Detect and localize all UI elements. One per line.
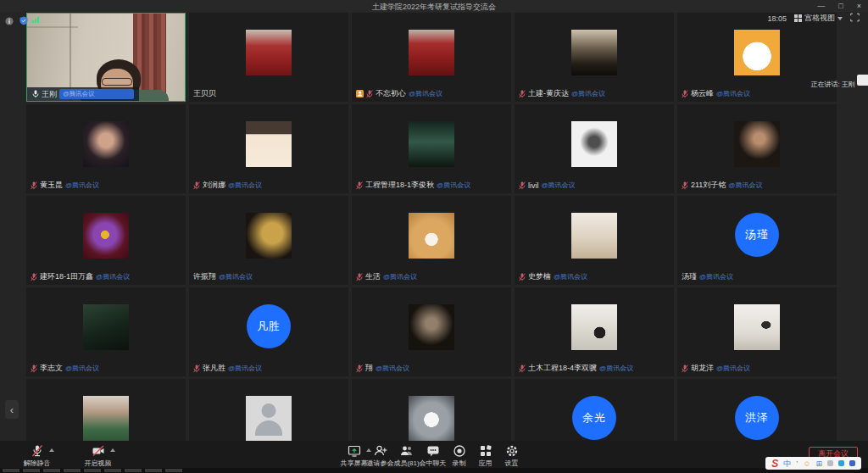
chevron-up-icon[interactable] xyxy=(110,448,115,452)
participant-tile[interactable]: 胡龙洋 @腾讯会议 xyxy=(677,287,837,376)
security-shield-icon[interactable] xyxy=(19,14,28,29)
participant-name: 土建-黄庆达 xyxy=(528,88,569,99)
participant-tile[interactable]: 王贝贝 xyxy=(189,13,348,102)
toolbar-item-label: 应用 xyxy=(479,459,492,468)
participant-label: 土木工程18-4李双骥 @腾讯会议 xyxy=(519,363,633,374)
chat-icon xyxy=(426,444,440,458)
participant-suffix: @腾讯会议 xyxy=(409,89,442,98)
mic-status-icon xyxy=(366,90,373,98)
toolbar-unmute-button[interactable]: 解除静音 xyxy=(24,444,50,468)
mic-status-icon xyxy=(519,90,526,98)
share-screen-icon xyxy=(348,444,361,458)
participant-name: 胡龙洋 xyxy=(691,363,714,374)
participant-suffix: @腾讯会议 xyxy=(599,364,633,373)
toolbar-members-button[interactable]: 成员(81) xyxy=(393,444,420,468)
participant-name: 翔 xyxy=(365,363,373,374)
participant-name: 建环18-1田万鑫 xyxy=(40,271,93,282)
settings-icon xyxy=(505,444,519,458)
toolbar-record-button[interactable]: 录制 xyxy=(446,444,472,468)
network-signal-icon xyxy=(32,17,39,23)
ime-glyph[interactable]: ☺ xyxy=(803,458,810,470)
participant-tile[interactable]: 史梦楠 @腾讯会议 xyxy=(515,196,674,285)
participant-label: 土建-黄庆达 @腾讯会议 xyxy=(519,88,605,99)
tray-icon[interactable] xyxy=(838,460,844,466)
participant-tile[interactable]: 刘润娜 @腾讯会议 xyxy=(189,104,348,193)
participant-suffix: @腾讯会议 xyxy=(542,181,576,190)
participant-avatar: 凡胜 xyxy=(247,304,291,348)
participant-name: 李志文 xyxy=(40,363,63,374)
host-badge-icon xyxy=(356,90,364,97)
participant-suffix: @腾讯会议 xyxy=(228,364,262,373)
participant-avatar xyxy=(571,121,617,167)
participant-tile[interactable]: 凡胜 张凡胜 @腾讯会议 xyxy=(189,287,348,376)
participant-name: 王刚 xyxy=(42,89,57,100)
participant-label: 王刚 @腾讯会议 xyxy=(27,87,139,101)
participant-tile[interactable]: 黄玉昆 @腾讯会议 xyxy=(26,104,186,193)
toolbar-start-video-button[interactable]: 开启视频 xyxy=(85,444,111,468)
participant-tile[interactable]: 李志文 @腾讯会议 xyxy=(26,287,186,376)
participant-label: 工程管理18-1李俊秋 @腾讯会议 xyxy=(356,180,470,191)
mic-status-icon xyxy=(31,181,37,190)
participant-tile[interactable]: 211刘子铭 @腾讯会议 xyxy=(677,104,837,193)
close-button[interactable]: × xyxy=(857,0,861,12)
toolbar-share-screen-button[interactable]: 共享屏幕 xyxy=(341,444,367,468)
participant-tile[interactable]: 土木工程18-4李双骥 @腾讯会议 xyxy=(515,287,674,376)
participant-tile[interactable]: 不忘初心 @腾讯会议 xyxy=(352,13,511,102)
participant-tile[interactable]: 建环18-1田万鑫 @腾讯会议 xyxy=(26,196,186,285)
ime-toolbar[interactable]: S中’☺⊞ xyxy=(765,457,861,470)
toolbar-item-label: 设置 xyxy=(505,459,519,468)
toolbar-chat-button[interactable]: 会中聊天 xyxy=(420,444,446,468)
ime-glyph[interactable]: 中 xyxy=(783,458,791,470)
maximize-button[interactable]: □ xyxy=(838,0,843,12)
apps-icon xyxy=(479,444,492,458)
window-title: 土建学院2022年考研复试指导交流会 xyxy=(0,2,868,13)
participant-avatar xyxy=(571,213,617,259)
chevron-down-icon xyxy=(837,17,843,20)
participant-label: 杨云峰 @腾讯会议 xyxy=(682,88,750,99)
toolbar-settings-button[interactable]: 设置 xyxy=(498,444,525,468)
participant-label: 王贝贝 xyxy=(193,88,216,99)
participant-avatar xyxy=(83,213,129,259)
participant-avatar xyxy=(246,30,292,75)
participant-tile[interactable]: 生活 @腾讯会议 xyxy=(352,196,511,285)
participant-suffix: @腾讯会议 xyxy=(65,181,99,190)
participant-avatar xyxy=(409,213,454,259)
minimize-button[interactable]: — xyxy=(817,0,825,12)
participant-tile[interactable]: 王刚 @腾讯会议 xyxy=(26,13,186,102)
participant-avatar xyxy=(571,304,617,350)
tray-icon[interactable] xyxy=(849,460,855,466)
participant-avatar xyxy=(734,121,780,167)
mic-status-icon xyxy=(682,181,688,190)
toolbar-apps-button[interactable]: 应用 xyxy=(472,444,498,468)
participant-tile[interactable]: livil @腾讯会议 xyxy=(515,104,674,193)
participant-name: 不忘初心 xyxy=(376,88,406,99)
participant-label: 许振翔 @腾讯会议 xyxy=(193,271,253,282)
toolbar-invite-button[interactable]: 邀请参会 xyxy=(367,444,393,468)
participant-tile[interactable]: 翔 @腾讯会议 xyxy=(352,287,511,376)
participant-avatar xyxy=(734,30,780,75)
ime-glyph[interactable]: ⊞ xyxy=(815,458,822,470)
fullscreen-button[interactable] xyxy=(850,13,860,24)
toolbar-item-label: 邀请参会 xyxy=(367,459,394,468)
participant-suffix: @腾讯会议 xyxy=(228,181,262,190)
participant-tile[interactable]: 汤瑾 汤瑾 @腾讯会议 xyxy=(677,196,837,285)
participant-name: livil xyxy=(528,181,539,190)
participant-tile[interactable]: 许振翔 @腾讯会议 xyxy=(189,196,348,285)
tray-icon[interactable] xyxy=(827,460,833,466)
chevron-up-icon[interactable] xyxy=(49,448,54,452)
mic-status-icon xyxy=(519,273,526,281)
participant-name: 王贝贝 xyxy=(193,88,216,99)
participant-suffix: @腾讯会议 xyxy=(96,272,130,281)
toolbar-item-label: 录制 xyxy=(453,459,466,468)
ime-glyph[interactable]: ’ xyxy=(796,458,798,470)
ime-brand-icon[interactable]: S xyxy=(771,458,778,470)
participant-label: 建环18-1田万鑫 @腾讯会议 xyxy=(31,271,130,282)
grid-view-button[interactable]: 宫格视图 xyxy=(794,13,843,24)
mic-status-icon xyxy=(193,181,200,190)
participant-tile[interactable]: 工程管理18-1李俊秋 @腾讯会议 xyxy=(352,104,511,193)
meeting-info-icon[interactable] xyxy=(5,14,14,29)
participant-avatar xyxy=(409,304,454,350)
participant-suffix: @腾讯会议 xyxy=(383,272,417,281)
participant-tile[interactable]: 土建-黄庆达 @腾讯会议 xyxy=(515,13,674,102)
grid-prev-page-button[interactable]: ‹ xyxy=(5,400,19,419)
